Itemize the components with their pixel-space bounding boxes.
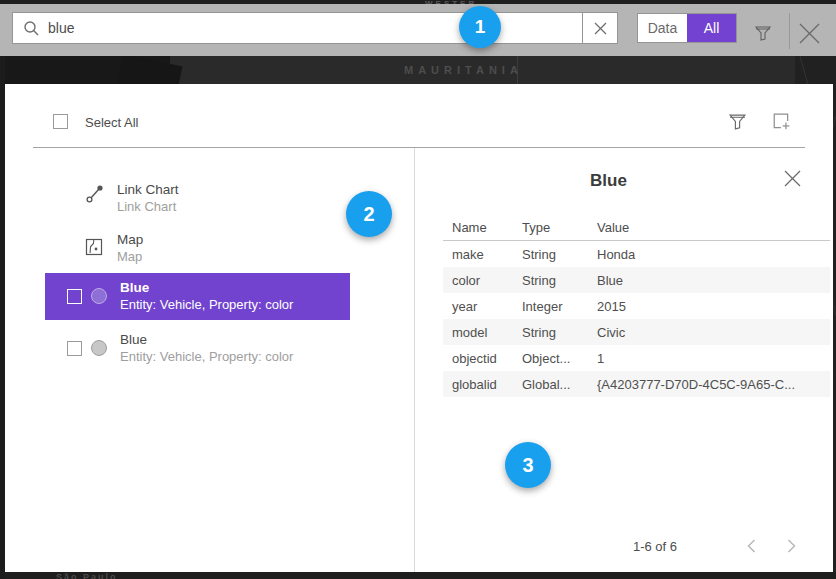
step-badge-2: 2 [346,191,392,237]
table-row: model String Civic [443,319,830,345]
result-subtitle: Map [117,248,143,265]
result-item-blue[interactable]: Blue Entity: Vehicle, Property: color [5,325,414,372]
cell-value: Civic [597,325,830,340]
cell-name: model [443,325,522,340]
result-checkbox[interactable] [67,289,82,304]
map-strip-middle: MAURITANIA [0,56,836,84]
scope-option-all[interactable]: All [687,14,736,42]
table-header-row: Name Type Value [443,214,830,241]
attributes-table: Name Type Value make String Honda color … [443,214,830,397]
cell-name: color [443,273,522,288]
detail-panel: Blue Name Type Value make String Honda c… [414,148,833,572]
search-results-panel: Select All Link Chart Link Chart [5,84,833,572]
pagination: 1-6 of 6 [633,534,803,558]
cell-type: Global... [522,377,597,392]
close-search-button[interactable] [797,21,821,45]
result-checkbox[interactable] [67,341,82,356]
add-to-new-button[interactable] [769,109,793,133]
cell-value: {A4203777-D70D-4C5C-9A65-C... [597,377,830,392]
filter-funnel-icon [728,112,747,131]
cell-name: make [443,247,522,262]
result-item-map[interactable]: Map Map [5,228,414,273]
scope-option-data[interactable]: Data [638,14,687,42]
close-x-icon [784,170,801,187]
page-range-text: 1-6 of 6 [633,539,677,554]
filter-button[interactable] [751,21,775,45]
clear-x-icon [594,22,607,35]
table-row: color String Blue [443,267,830,293]
map-label-sao-paulo: São Paulo [56,572,118,579]
cell-type: String [522,247,597,262]
cell-name: globalid [443,377,522,392]
search-toolbar: Data All [0,4,836,56]
map-landmass [118,56,183,84]
link-chart-icon [85,184,105,204]
result-title: Map [117,231,143,248]
next-page-button[interactable] [779,534,803,558]
result-subtitle: Entity: Vehicle, Property: color [120,296,293,313]
cell-name: year [443,299,522,314]
cell-value: 1 [597,351,830,366]
map-label-mauritania: MAURITANIA [404,64,523,76]
filter-funnel-icon [754,24,772,42]
step-badge-3: 3 [505,442,551,488]
result-title: Link Chart [117,181,179,198]
map-strip-bottom: São Paulo [0,572,836,579]
prev-page-button[interactable] [739,534,763,558]
chevron-right-icon [787,539,796,553]
app-window: WESTER MAURITANIA São Paulo [0,0,836,579]
table-row: objectid Object... 1 [443,345,830,371]
select-all-checkbox[interactable] [53,114,68,129]
table-row: globalid Global... {A4203777-D70D-4C5C-9… [443,371,830,397]
search-icon [23,20,40,37]
cell-value: 2015 [597,299,830,314]
result-title: Blue [120,279,293,296]
result-title: Blue [120,331,293,348]
cell-name: objectid [443,351,522,366]
entity-node-icon [91,340,107,356]
cell-type: Integer [522,299,597,314]
cell-type: String [522,273,597,288]
table-row: year Integer 2015 [443,293,830,319]
cell-type: Object... [522,351,597,366]
cell-type: String [522,325,597,340]
results-filter-button[interactable] [725,109,749,133]
select-all-label: Select All [85,115,138,130]
column-header-type: Type [522,220,597,235]
result-item-blue-selected[interactable]: Blue Entity: Vehicle, Property: color [45,273,350,320]
cell-value: Honda [597,247,830,262]
column-header-value: Value [597,220,830,235]
clear-search-button[interactable] [582,12,618,44]
select-all-row: Select All [5,84,833,147]
result-subtitle: Entity: Vehicle, Property: color [120,348,293,365]
entity-node-icon [91,288,107,304]
map-icon [85,238,103,256]
chevron-left-icon [747,539,756,553]
toolbar-divider [789,13,790,49]
result-subtitle: Link Chart [117,198,179,215]
close-x-icon [798,22,821,45]
add-selection-icon [772,112,791,131]
cell-value: Blue [597,273,830,288]
detail-title: Blue [414,171,803,191]
table-row: make String Honda [443,241,830,267]
step-badge-1: 1 [459,6,501,48]
detail-close-button[interactable] [781,167,803,189]
search-scope-toggle: Data All [637,13,737,43]
column-header-name: Name [443,220,522,235]
